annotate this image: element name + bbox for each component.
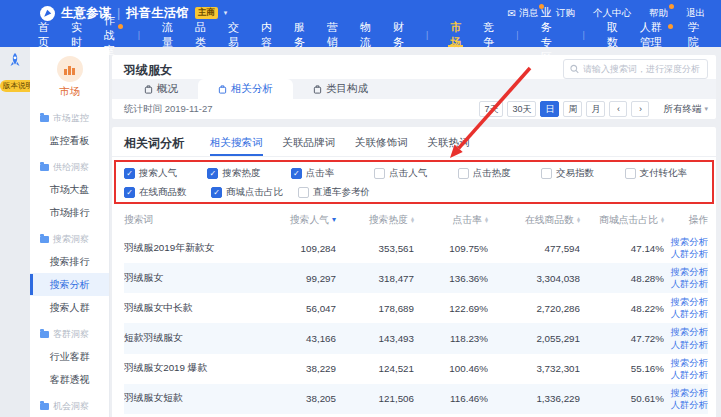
crowd-analysis-link[interactable]: 人群分析 [664, 339, 708, 351]
column-header[interactable]: 搜索热度▴▾ [336, 208, 414, 233]
nav-item[interactable]: 取数 [607, 23, 618, 47]
sidebar-nav: 市场监控 监控看板 供给洞察 市场大盘市场排行 搜索洞察 搜索排行搜索分析搜索人… [30, 107, 109, 417]
crowd-analysis-link[interactable]: 人群分析 [664, 399, 708, 411]
shop-type-badge: 主商 [195, 7, 218, 18]
nav-item[interactable]: 竞争 [483, 23, 494, 47]
stat-time: 统计时间 2019-11-27 [124, 103, 213, 116]
related-words-panel: 相关词分析 相关搜索词关联品牌词关联修饰词关联热词 搜索人气搜索热度点击率点击人… [112, 127, 716, 417]
sidebar-item[interactable]: 监控看板 [30, 129, 109, 152]
search-term: 羽绒服2019年新款女 [124, 233, 264, 263]
sidebar-item[interactable]: 搜索排行 [30, 250, 109, 273]
search-analysis-link[interactable]: 搜索分析 [664, 236, 708, 248]
tab-related-analysis[interactable]: 相关分析 [198, 79, 293, 99]
date-range-button[interactable]: 30天 [507, 101, 536, 117]
search-analysis-link[interactable]: 搜索分析 [664, 326, 708, 338]
metric-checkbox[interactable]: 直通车参考价 [298, 186, 385, 199]
nav-item[interactable]: 品类 [195, 23, 206, 47]
version-widget[interactable]: 版本说明 [0, 52, 30, 92]
product-title: 抖音生活馆 [126, 5, 189, 22]
sidebar-module: 市场 [30, 47, 109, 103]
nav-item[interactable]: 业务专区 [541, 23, 561, 47]
prev-button[interactable]: ‹ [609, 101, 627, 117]
sidebar-group-header[interactable]: 供给洞察 [30, 156, 109, 178]
nav-item[interactable]: 物流 [360, 23, 371, 47]
terminal-filter[interactable]: 所有终端▾ [663, 103, 708, 116]
nav-item[interactable]: 实时 [71, 23, 82, 47]
nav-item[interactable]: 交易 [228, 23, 239, 47]
checkbox-icon [541, 168, 552, 179]
sidebar-item[interactable]: 客群透视 [30, 368, 109, 391]
nav-item[interactable]: 首页 [38, 23, 49, 47]
column-header[interactable]: 在线商品数▴▾ [488, 208, 580, 233]
crowd-analysis-link[interactable]: 人群分析 [664, 308, 708, 320]
rocket-icon [6, 52, 24, 70]
date-range-button[interactable]: 7天 [479, 101, 503, 117]
search-analysis-link[interactable]: 搜索分析 [664, 296, 708, 308]
nav-item[interactable]: 流量 [162, 23, 173, 47]
date-range-button[interactable]: 周 [563, 101, 582, 117]
metric-checkbox[interactable]: 搜索热度 [207, 167, 290, 180]
tab-overview[interactable]: 概况 [124, 79, 198, 99]
chevron-down-icon[interactable]: ▾ [224, 9, 228, 17]
utility-item[interactable]: 帮助 [649, 7, 668, 20]
sidebar-group-header[interactable]: 搜索洞察 [30, 228, 109, 250]
searchbox[interactable] [563, 59, 708, 79]
sidebar-item[interactable]: 搜索分析 [30, 273, 109, 296]
nav-item[interactable]: 学院 [688, 23, 699, 47]
nav-item[interactable]: 财务 [393, 23, 404, 47]
mall-click-share-value: 55.16% [580, 354, 664, 384]
column-header[interactable]: 商城点击占比▴▾ [580, 208, 664, 233]
subtab[interactable]: 相关搜索词 [210, 136, 263, 156]
sidebar-item[interactable]: 市场排行 [30, 201, 109, 224]
metric-checkbox[interactable]: 点击率 [291, 167, 374, 180]
metric-checkbox[interactable]: 支付转化率 [625, 167, 708, 180]
subtab[interactable]: 关联修饰词 [355, 136, 408, 156]
nav-item[interactable]: 服务 [294, 23, 305, 47]
folder-icon [40, 164, 49, 171]
crowd-analysis-link[interactable]: 人群分析 [664, 278, 708, 290]
metric-checkbox[interactable]: 商城点击占比 [211, 186, 298, 199]
nav-item[interactable]: 人群管理 [640, 23, 666, 47]
utility-nav: ✉消息订购个人中心帮助退出 [508, 7, 705, 20]
checkbox-icon [625, 168, 636, 179]
nav-item[interactable]: 作战室 [104, 23, 116, 47]
sidebar-group-header[interactable]: 机会洞察 [30, 395, 109, 417]
sidebar-item[interactable]: 行业客群 [30, 345, 109, 368]
utility-item[interactable]: 退出 [686, 7, 705, 20]
subtab[interactable]: 关联品牌词 [283, 136, 336, 156]
online-products-value: 2,055,291 [488, 323, 580, 353]
nav-item[interactable]: 营销 [327, 23, 338, 47]
nav-item[interactable]: 内容 [261, 23, 272, 47]
column-header[interactable]: 点击率▴▾ [414, 208, 488, 233]
main-content: 羽绒服女 概况 相关分析 类目构成 统计时间 2019-11-27 7天30天日… [110, 47, 721, 417]
sidebar-item[interactable]: 搜索人群 [30, 296, 109, 319]
metric-checkbox[interactable]: 搜索人气 [124, 167, 207, 180]
folder-icon [40, 331, 49, 338]
left-rail: 版本说明 [0, 47, 30, 417]
tab-strip: 概况 相关分析 类目构成 [112, 79, 716, 99]
date-range-button[interactable]: 月 [586, 101, 605, 117]
crowd-analysis-link[interactable]: 人群分析 [664, 369, 708, 381]
date-range-button[interactable]: 日 [540, 101, 559, 117]
utility-item[interactable]: 个人中心 [593, 7, 631, 20]
sidebar-item[interactable]: 市场大盘 [30, 178, 109, 201]
metric-checkbox[interactable]: 交易指数 [541, 167, 624, 180]
metric-checkbox[interactable]: 点击热度 [458, 167, 541, 180]
table-row: 羽绒服女 99,297 318,477 136.36% 3,304,038 48… [124, 263, 708, 293]
sidebar-group-header[interactable]: 客群洞察 [30, 323, 109, 345]
tab-category-composition[interactable]: 类目构成 [293, 79, 388, 99]
column-header[interactable]: 搜索人气▴▾ [264, 208, 336, 233]
search-analysis-link[interactable]: 搜索分析 [664, 387, 708, 399]
next-button[interactable]: › [631, 101, 649, 117]
subtab[interactable]: 关联热词 [428, 136, 470, 156]
search-analysis-link[interactable]: 搜索分析 [664, 357, 708, 369]
nav-item[interactable]: 市场 [450, 23, 461, 47]
metric-checkbox[interactable]: 点击人气 [374, 167, 457, 180]
utility-item[interactable]: ✉消息 [508, 7, 538, 20]
search-input[interactable] [583, 64, 701, 74]
search-analysis-link[interactable]: 搜索分析 [664, 266, 708, 278]
crowd-analysis-link[interactable]: 人群分析 [664, 248, 708, 260]
sidebar-group-header[interactable]: 市场监控 [30, 107, 109, 129]
metric-checkbox[interactable]: 在线商品数 [124, 186, 211, 199]
brand-divider: | [117, 6, 120, 20]
